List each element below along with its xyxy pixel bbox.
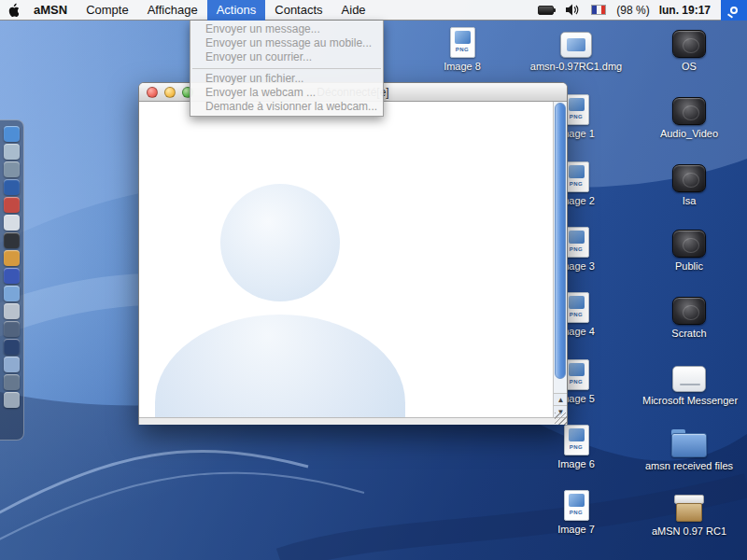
spotlight-button[interactable] [721,0,747,21]
battery-icon[interactable] [538,6,554,15]
dock-app-icon-14[interactable] [4,357,20,372]
menu-clock[interactable]: lun. 19:17 [659,4,711,17]
dock-app-icon-6[interactable] [4,215,20,231]
desktop-icon-image-8[interactable]: PNG Image 8 [416,24,509,72]
desktop-icon-amsn-package[interactable]: aMSN 0.97 RC1 [642,489,736,537]
apple-icon [7,3,19,17]
scroll-up-arrow[interactable]: ▲ [554,393,567,405]
desktop-icon-isa-drive[interactable]: Isa [642,159,736,206]
dock-app-icon-9[interactable] [4,268,20,284]
desktop-icon-public-drive[interactable]: Public [642,224,736,272]
desktop-icon-image-7[interactable]: PNG Image 7 [529,487,623,535]
dock-app-icon-12[interactable] [4,321,20,337]
menu-affichage[interactable]: Affichage [138,0,207,21]
menu-actions[interactable]: Actions [207,0,266,21]
dock-app-icon-3[interactable] [4,161,20,177]
menu-contacts[interactable]: Contacts [265,0,331,21]
desktop-icon-amsn-received-files-folder[interactable]: amsn received files [642,424,736,471]
spotlight-magnifier-icon [730,7,738,14]
input-language-flag-icon[interactable] [591,5,606,15]
menu-amsn[interactable]: aMSN [24,0,77,21]
desktop: aMSN Compte Affichage Actions Contacts A… [0,0,747,560]
menu-aide[interactable]: Aide [332,0,375,21]
menu-item-envoyer-fichier[interactable]: Envoyer un fichier... [190,72,383,86]
resize-grip[interactable] [555,413,567,425]
dock-app-icon-4[interactable] [4,179,20,195]
menu-item-demande-webcam[interactable]: Demande à visionner la webcam... [190,100,383,114]
dock-app-icon-2[interactable] [4,144,20,160]
vertical-scrollbar[interactable]: ▲ ▼ [553,102,567,417]
menu-item-envoyer-message-mobile[interactable]: Envoyer un message au mobile... [190,36,383,50]
minimize-button[interactable] [164,87,176,98]
scrollbar-thumb[interactable] [555,103,566,379]
desktop-icon-image-6[interactable]: PNG Image 6 [529,422,623,469]
dock-app-icon-10[interactable] [4,286,20,301]
contact-list-area: ▲ ▼ [139,102,567,417]
dock [0,119,24,441]
menu-bar-status: (98 %) lun. 19:17 [532,0,747,21]
menu-item-envoyer-courrier[interactable]: Envoyer un courrier... [190,50,383,64]
default-avatar-body [155,315,405,417]
dock-app-icon-16[interactable] [4,392,20,408]
desktop-icon-microsoft-messenger-drive[interactable]: Microsoft Messenger [642,358,736,406]
apple-menu[interactable] [0,3,24,17]
desktop-icon-scratch-drive[interactable]: Scratch [642,291,736,339]
close-button[interactable] [147,87,158,98]
dock-app-icon-13[interactable] [4,339,20,355]
default-avatar-head [220,184,340,301]
desktop-icon-audio-video-drive[interactable]: Audio_Video [642,91,736,139]
menu-item-envoyer-webcam[interactable]: Envoyer la webcam ... [190,86,383,100]
dock-app-icon-5[interactable] [4,197,20,213]
dock-app-icon-15[interactable] [4,374,20,390]
dock-app-icon-8[interactable] [4,250,20,266]
actions-dropdown-menu: Envoyer un message... Envoyer un message… [190,21,384,117]
dock-app-icon-1[interactable] [4,126,20,142]
battery-percentage[interactable]: (98 %) [616,4,649,17]
desktop-icon-os-drive[interactable]: OS [642,24,736,72]
menu-item-envoyer-message[interactable]: Envoyer un message... [190,22,383,36]
menu-compte[interactable]: Compte [77,0,138,21]
desktop-icon-amsn-dmg[interactable]: amsn-0.97RC1.dmg [529,24,623,72]
volume-icon[interactable] [565,4,580,16]
menu-separator [190,64,383,72]
amsn-window: Déconnecté[e] ▲ ▼ [138,82,568,425]
menu-bar: aMSN Compte Affichage Actions Contacts A… [0,0,747,21]
dock-app-icon-7[interactable] [4,232,20,248]
dock-app-icon-11[interactable] [4,303,20,319]
window-bottom-bar [139,417,567,425]
